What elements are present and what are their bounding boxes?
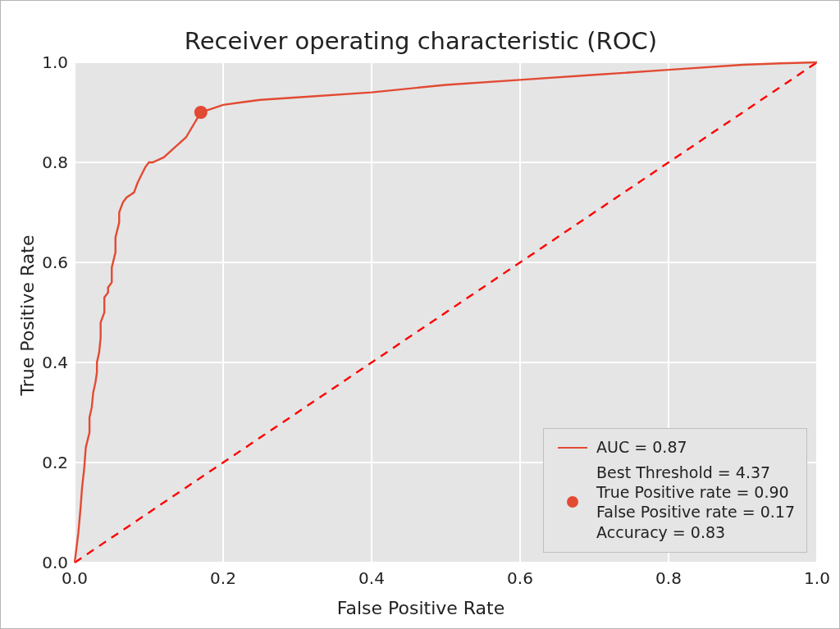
x-tick-label: 0.2 <box>210 568 236 588</box>
legend-line-icon <box>555 447 590 449</box>
x-tick-label: 0.6 <box>507 568 533 588</box>
chart-title: Receiver operating characteristic (ROC) <box>1 27 840 55</box>
x-tick-label: 0.8 <box>655 568 682 588</box>
best-threshold-point <box>194 106 208 119</box>
plot-area: AUC = 0.87 Best Threshold = 4.37 True Po… <box>75 62 817 563</box>
legend-entry-auc: AUC = 0.87 <box>555 437 795 457</box>
legend-label: False Positive rate = 0.17 <box>596 502 795 522</box>
y-axis-label: True Positive Rate <box>16 1 40 629</box>
legend-entry-best: Best Threshold = 4.37 True Positive rate… <box>555 463 795 542</box>
x-tick-label: 0.4 <box>358 568 385 588</box>
legend: AUC = 0.87 Best Threshold = 4.37 True Po… <box>543 428 807 553</box>
legend-label: Best Threshold = 4.37 <box>596 463 795 482</box>
figure: Receiver operating characteristic (ROC) … <box>0 0 840 629</box>
legend-label: AUC = 0.87 <box>596 437 687 457</box>
x-axis-label: False Positive Rate <box>1 598 840 618</box>
x-tick-label: 1.0 <box>804 568 830 588</box>
legend-label: Accuracy = 0.83 <box>596 522 795 542</box>
legend-dot-icon <box>555 496 590 508</box>
legend-label: True Positive rate = 0.90 <box>596 482 795 502</box>
